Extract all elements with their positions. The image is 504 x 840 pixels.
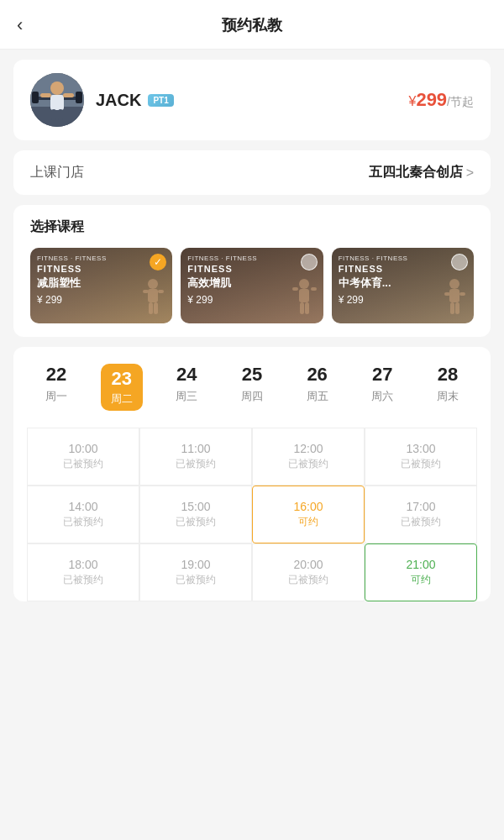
cal-num-6: 28 (438, 364, 458, 386)
cal-day-5[interactable]: 27 周六 (353, 364, 412, 411)
trainer-info: JACK PT1 (30, 73, 174, 127)
svg-rect-22 (305, 302, 309, 314)
timeslot-status-3: 已被预约 (372, 457, 470, 471)
course-type-1: FITNESS (187, 264, 316, 274)
timeslot-time-9: 19:00 (147, 558, 244, 571)
cal-day-4[interactable]: 26 周五 (288, 364, 347, 411)
trainer-badge: PT1 (148, 94, 173, 107)
svg-point-17 (299, 279, 309, 289)
svg-rect-10 (58, 109, 63, 121)
timeslot-time-10: 20:00 (260, 558, 357, 571)
timeslot-1[interactable]: 11:00 已被预约 (139, 428, 252, 486)
cal-weekday-4: 周五 (307, 389, 328, 404)
store-name-row: 五四北秦合创店 > (369, 164, 474, 181)
svg-rect-3 (32, 92, 39, 103)
store-label: 上课门店 (30, 164, 84, 181)
course-tag-0: FITNESS · FITNESS (37, 255, 165, 262)
store-row[interactable]: 上课门店 五四北秦合创店 > (13, 150, 491, 195)
course-card-0[interactable]: FITNESS · FITNESS FITNESS 减脂塑性 ¥ 299 ✓ (30, 248, 172, 323)
calendar-row: 22 周一 23 周二 24 周三 25 周四 26 周五 27 周六 28 (27, 364, 477, 411)
timeslot-8[interactable]: 18:00 已被预约 (27, 543, 139, 601)
back-button[interactable]: ‹ (17, 14, 23, 36)
cal-weekday-2: 周三 (176, 389, 197, 404)
svg-rect-25 (444, 292, 450, 296)
svg-point-23 (449, 279, 459, 289)
timeslot-5[interactable]: 15:00 已被预约 (139, 486, 252, 543)
timeslot-status-2: 已被预约 (260, 457, 357, 471)
course-check-2[interactable] (451, 254, 468, 270)
cal-num-2: 24 (176, 364, 197, 386)
cal-day-1[interactable]: 23 周二 (92, 364, 151, 411)
course-type-2: FITNESS (339, 264, 467, 274)
timeslot-status-4: 已被预约 (34, 515, 132, 529)
cal-weekday-6: 周末 (437, 389, 459, 404)
course-type-0: FITNESS (37, 264, 165, 274)
cal-num-4: 26 (307, 364, 327, 386)
course-check-1[interactable] (301, 254, 318, 270)
calendar-section: 22 周一 23 周二 24 周三 25 周四 26 周五 27 周六 28 (13, 347, 491, 601)
timeslot-2[interactable]: 12:00 已被预约 (252, 428, 365, 486)
courses-list: FITNESS · FITNESS FITNESS 减脂塑性 ¥ 299 ✓ F… (30, 248, 474, 323)
timeslot-time-4: 14:00 (34, 500, 132, 513)
course-card-2[interactable]: FITNESS · FITNESS FITNESS 中考体育... ¥ 299 (332, 248, 474, 323)
course-tag-2: FITNESS · FITNESS (339, 255, 467, 262)
timeslot-time-1: 11:00 (147, 442, 244, 455)
cal-day-0[interactable]: 22 周一 (27, 364, 86, 411)
timeslot-11[interactable]: 21:00 可约 (365, 543, 477, 601)
timeslot-status-8: 已被预约 (34, 573, 132, 587)
store-name: 五四北秦合创店 (369, 164, 463, 181)
svg-rect-21 (300, 302, 304, 314)
svg-rect-8 (63, 93, 74, 97)
cal-day-3[interactable]: 25 周四 (223, 364, 281, 411)
svg-rect-26 (459, 292, 465, 296)
price-number: 299 (416, 89, 447, 110)
svg-rect-18 (299, 289, 309, 302)
timeslot-9[interactable]: 19:00 已被预约 (139, 543, 252, 601)
header: ‹ 预约私教 (0, 0, 504, 50)
cal-day-2[interactable]: 24 周三 (157, 364, 216, 411)
timeslot-status-5: 已被预约 (147, 515, 244, 529)
svg-rect-16 (154, 302, 158, 314)
cal-num-5: 27 (372, 364, 392, 386)
timeslot-time-8: 18:00 (34, 558, 132, 571)
cal-num-0: 22 (46, 364, 66, 386)
timeslot-10[interactable]: 20:00 已被预约 (252, 543, 365, 601)
timeslot-time-6: 16:00 (260, 500, 357, 513)
page-title: 预约私教 (222, 15, 282, 35)
timeslot-status-1: 已被预约 (147, 457, 244, 471)
timeslot-time-2: 12:00 (260, 442, 357, 455)
svg-rect-15 (149, 302, 153, 314)
timeslot-7[interactable]: 17:00 已被预约 (365, 486, 477, 543)
timeslot-0[interactable]: 10:00 已被预约 (27, 428, 139, 486)
timeslot-time-7: 17:00 (372, 500, 470, 513)
timeslot-4[interactable]: 14:00 已被预约 (27, 486, 139, 543)
svg-rect-12 (148, 289, 158, 302)
cal-num-1: 23 (111, 368, 131, 390)
svg-point-5 (50, 81, 64, 95)
timeslot-status-7: 已被预约 (372, 515, 470, 529)
chevron-right-icon: > (466, 165, 474, 181)
cal-day-6[interactable]: 28 周末 (418, 364, 477, 411)
trainer-price: ¥299/节起 (408, 89, 474, 111)
timeslot-6[interactable]: 16:00 可约 (252, 486, 365, 543)
timeslot-status-0: 已被预约 (34, 457, 132, 471)
trainer-name: JACK (96, 91, 141, 110)
cal-weekday-0: 周一 (45, 389, 67, 404)
timeslot-status-10: 已被预约 (260, 573, 357, 587)
timeslot-status-6: 可约 (260, 515, 357, 529)
cal-active-box: 23 周二 (101, 364, 143, 411)
timeslot-time-5: 15:00 (147, 500, 244, 513)
price-unit: /节起 (447, 95, 474, 108)
timeslot-status-9: 已被预约 (147, 573, 244, 587)
courses-section: 选择课程 FITNESS · FITNESS FITNESS 减脂塑性 ¥ 29… (13, 205, 491, 337)
svg-rect-4 (76, 92, 82, 103)
cal-weekday-3: 周四 (241, 389, 263, 404)
svg-rect-19 (292, 287, 298, 291)
svg-rect-20 (311, 287, 317, 291)
svg-point-11 (148, 279, 158, 289)
timeslot-3[interactable]: 13:00 已被预约 (365, 428, 477, 486)
svg-rect-6 (50, 95, 64, 110)
course-card-1[interactable]: FITNESS · FITNESS FITNESS 高效增肌 ¥ 299 (181, 248, 323, 323)
svg-rect-7 (40, 93, 51, 97)
course-tag-1: FITNESS · FITNESS (187, 255, 316, 262)
